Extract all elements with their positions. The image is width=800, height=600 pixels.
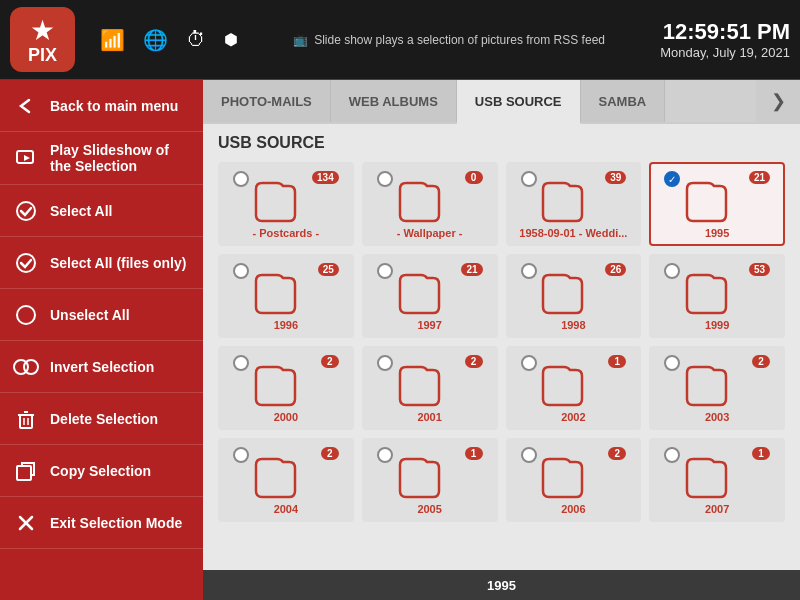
svg-marker-1 [24, 155, 30, 161]
folder-item[interactable]: 134- Postcards - [218, 162, 354, 246]
content-area: PHOTO-MAILS WEB ALBUMS USB SOURCE SAMBA … [203, 80, 800, 600]
check-circle [233, 171, 249, 187]
folder-icon [251, 445, 321, 500]
folder-icon [251, 169, 321, 224]
folder-icon [682, 169, 752, 224]
check-circle [664, 171, 680, 187]
tab-samba[interactable]: SAMBA [581, 80, 666, 122]
folder-checkbox[interactable] [664, 171, 680, 187]
folder-checkbox[interactable] [664, 263, 680, 279]
clock: 12:59:51 PM [660, 19, 790, 45]
logo-text: PIX [28, 45, 57, 66]
folder-checkbox[interactable] [521, 263, 537, 279]
folder-item[interactable]: 391958-09-01 - Weddi... [506, 162, 642, 246]
folder-label: 1995 [705, 227, 729, 239]
folder-icon [682, 445, 752, 500]
folder-wrapper: 39 [513, 169, 635, 224]
sidebar-item-unselect-all[interactable]: Unselect All [0, 289, 203, 341]
folder-icon [538, 169, 608, 224]
folder-item[interactable]: 0- Wallpaper - [362, 162, 498, 246]
folder-item[interactable]: 22006 [506, 438, 642, 522]
check-circle [233, 355, 249, 371]
history-icon[interactable]: ⏱ [186, 28, 206, 51]
sidebar-item-play-slideshow[interactable]: Play Slideshow of the Selection [0, 132, 203, 185]
logo-star: ★ [28, 14, 57, 47]
folder-checkbox[interactable] [377, 263, 393, 279]
folder-item[interactable]: 12002 [506, 346, 642, 430]
copy-icon [12, 457, 40, 485]
tabs: PHOTO-MAILS WEB ALBUMS USB SOURCE SAMBA … [203, 80, 800, 124]
folder-label: 1998 [561, 319, 585, 331]
sidebar-item-delete[interactable]: Delete Selection [0, 393, 203, 445]
bottom-bar: 1995 [203, 570, 800, 600]
status-message: 📺 Slide show plays a selection of pictur… [293, 33, 605, 47]
usb-icon[interactable]: ⬢ [224, 30, 238, 49]
svg-rect-12 [17, 466, 31, 480]
folder-wrapper: 2 [225, 353, 347, 408]
folder-wrapper: 1 [656, 445, 778, 500]
folder-checkbox[interactable] [377, 355, 393, 371]
folder-grid: 134- Postcards -0- Wallpaper -391958-09-… [218, 162, 785, 522]
folder-label: - Wallpaper - [397, 227, 463, 239]
folder-label: 2002 [561, 411, 585, 423]
folder-icon [682, 353, 752, 408]
folder-checkbox[interactable] [377, 447, 393, 463]
folder-label: 1999 [705, 319, 729, 331]
wifi-icon[interactable]: 📶 [100, 28, 125, 52]
folder-item[interactable]: 22001 [362, 346, 498, 430]
folder-wrapper: 2 [513, 445, 635, 500]
folder-checkbox[interactable] [521, 447, 537, 463]
exit-icon [12, 509, 40, 537]
folder-item[interactable]: 261998 [506, 254, 642, 338]
svg-point-3 [17, 254, 35, 272]
folder-item[interactable]: 12007 [649, 438, 785, 522]
folder-item[interactable]: 12005 [362, 438, 498, 522]
folder-label: 1997 [417, 319, 441, 331]
folder-label: 2005 [417, 503, 441, 515]
folder-item[interactable]: 22004 [218, 438, 354, 522]
sidebar-item-back[interactable]: Back to main menu [0, 80, 203, 132]
folder-count: 1 [608, 355, 626, 368]
folder-item[interactable]: 22000 [218, 346, 354, 430]
folder-checkbox[interactable] [521, 355, 537, 371]
selected-folder-name: 1995 [487, 578, 516, 593]
folder-checkbox[interactable] [521, 171, 537, 187]
globe-icon[interactable]: 🌐 [143, 28, 168, 52]
folder-wrapper: 2 [369, 353, 491, 408]
tab-usb-source[interactable]: USB SOURCE [457, 80, 581, 124]
folder-item[interactable]: 251996 [218, 254, 354, 338]
folder-icon [682, 261, 752, 316]
sidebar-label-select-all: Select All [50, 203, 113, 219]
sidebar-label-select-all-files: Select All (files only) [50, 255, 186, 271]
sidebar-item-select-all[interactable]: Select All [0, 185, 203, 237]
sidebar-item-invert[interactable]: Invert Selection [0, 341, 203, 393]
folder-checkbox[interactable] [377, 171, 393, 187]
folder-checkbox[interactable] [664, 447, 680, 463]
status-bar: 📺 Slide show plays a selection of pictur… [238, 33, 660, 47]
folder-checkbox[interactable] [233, 263, 249, 279]
tab-web-albums[interactable]: WEB ALBUMS [331, 80, 457, 122]
clock-area: 12:59:51 PM Monday, July 19, 2021 [660, 19, 790, 60]
folder-item[interactable]: 211997 [362, 254, 498, 338]
folder-icon [251, 261, 321, 316]
check-circle [233, 447, 249, 463]
folder-item[interactable]: 211995 [649, 162, 785, 246]
sidebar-label-play: Play Slideshow of the Selection [50, 142, 191, 174]
folder-checkbox[interactable] [233, 447, 249, 463]
folder-item[interactable]: 531999 [649, 254, 785, 338]
folder-checkbox[interactable] [233, 171, 249, 187]
folder-wrapper: 0 [369, 169, 491, 224]
folder-item[interactable]: 22003 [649, 346, 785, 430]
folder-checkbox[interactable] [233, 355, 249, 371]
sidebar-item-select-all-files[interactable]: Select All (files only) [0, 237, 203, 289]
folder-wrapper: 2 [225, 445, 347, 500]
folder-checkbox[interactable] [664, 355, 680, 371]
sidebar-item-exit[interactable]: Exit Selection Mode [0, 497, 203, 549]
tab-photo-mails[interactable]: PHOTO-MAILS [203, 80, 331, 122]
folder-wrapper: 21 [656, 169, 778, 224]
folder-label: 1996 [274, 319, 298, 331]
sidebar-item-copy[interactable]: Copy Selection [0, 445, 203, 497]
folder-wrapper: 134 [225, 169, 347, 224]
tab-next-button[interactable]: ❯ [756, 80, 800, 122]
sidebar-label-delete: Delete Selection [50, 411, 158, 427]
